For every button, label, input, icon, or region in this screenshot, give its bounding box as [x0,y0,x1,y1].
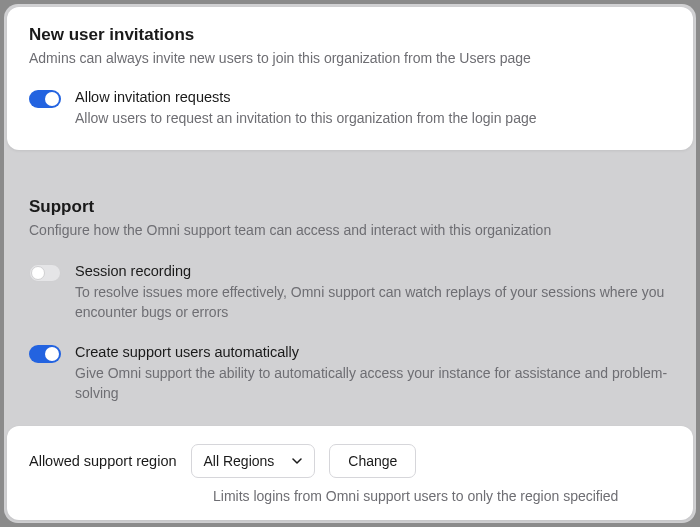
allowed-region-select[interactable]: All Regions [191,444,316,478]
auto-support-users-label: Create support users automatically [75,344,671,360]
session-recording-row: Session recording To resolve issues more… [29,263,671,323]
support-title: Support [29,197,671,217]
auto-support-users-toggle[interactable] [29,345,61,363]
allowed-region-card: Allowed support region All Regions Chang… [7,426,693,520]
auto-support-users-description: Give Omni support the ability to automat… [75,363,671,404]
chevron-down-icon [292,456,302,466]
allow-invitation-requests-toggle[interactable] [29,90,61,108]
session-recording-toggle[interactable] [29,264,61,282]
session-recording-label: Session recording [75,263,671,279]
support-section: Support Configure how the Omni support t… [29,189,671,404]
change-region-button[interactable]: Change [329,444,416,478]
session-recording-description: To resolve issues more effectively, Omni… [75,282,671,323]
allow-invitation-requests-description: Allow users to request an invitation to … [75,108,671,128]
auto-support-users-row: Create support users automatically Give … [29,344,671,404]
invitations-card: New user invitations Admins can always i… [7,7,693,150]
support-description: Configure how the Omni support team can … [29,221,671,241]
invitations-description: Admins can always invite new users to jo… [29,49,671,69]
allowed-region-selected-value: All Regions [204,453,275,469]
invitations-title: New user invitations [29,25,671,45]
allowed-region-label: Allowed support region [29,453,177,469]
allow-invitation-requests-row: Allow invitation requests Allow users to… [29,89,671,128]
allow-invitation-requests-label: Allow invitation requests [75,89,671,105]
allowed-region-help: Limits logins from Omni support users to… [213,488,671,504]
